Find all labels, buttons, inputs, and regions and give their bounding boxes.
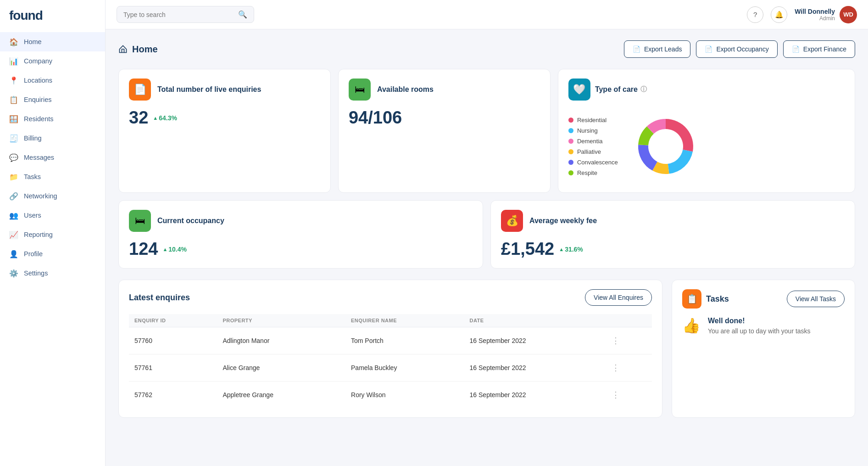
topbar-right: ? 🔔 Will Donnelly Admin WD xyxy=(747,6,857,23)
enquiries-header: Latest enquires View All Enquires xyxy=(129,289,652,306)
available-rooms-value: 94/106 xyxy=(349,108,540,128)
stat-header-occ: 🛏 Current occupancy xyxy=(129,210,473,232)
sidebar-item-residents[interactable]: 🪟Residents xyxy=(0,109,105,129)
table-head: Enquiry IDPropertyEnquirer NameDate xyxy=(129,314,652,327)
export-doc-icon: 📄 xyxy=(792,45,800,53)
home-icon xyxy=(118,45,128,54)
table-row[interactable]: 57762Appletree GrangeRory Wilson16 Septe… xyxy=(129,382,652,409)
legend-dot xyxy=(568,128,573,133)
care-legend: ResidentialNursingDementiaPalliativeConv… xyxy=(568,117,618,176)
user-role: Admin xyxy=(795,15,835,22)
sidebar-label-billing: Billing xyxy=(24,135,42,142)
row-more-btn[interactable]: ⋮ xyxy=(610,334,622,348)
table-column-header: Date xyxy=(464,314,605,327)
occupancy-title: Current occupancy xyxy=(157,217,224,225)
sidebar-label-residents: Residents xyxy=(24,115,53,123)
table-row[interactable]: 57761Alice GrangePamela Buckley16 Septem… xyxy=(129,354,652,382)
sidebar-item-locations[interactable]: 📍Locations xyxy=(0,71,105,90)
tasks-text: Well done! You are all up to day with yo… xyxy=(708,317,811,335)
page-title-wrap: Home xyxy=(118,44,158,55)
live-enquiries-title: Total number of live enquiries xyxy=(157,85,261,94)
chart-header: 🤍 Type of care ⓘ xyxy=(568,79,845,101)
enquiries-title: Latest enquires xyxy=(129,293,190,303)
table-cell: Tom Portch xyxy=(345,327,464,354)
legend-dot xyxy=(568,160,573,165)
export-finance-button[interactable]: 📄Export Finance xyxy=(783,40,855,58)
enquiries-card: Latest enquires View All Enquires Enquir… xyxy=(118,280,662,418)
sidebar-label-reporting: Reporting xyxy=(24,231,53,238)
tasks-done: 👍 Well done! You are all up to day with … xyxy=(682,317,845,335)
table-cell: Pamela Buckley xyxy=(345,354,464,382)
user-name: Will Donnelly xyxy=(795,8,835,15)
sidebar-label-tasks: Tasks xyxy=(24,173,41,180)
sidebar: found 🏠Home📊Company📍Locations📋Enquiries🪟… xyxy=(0,0,106,466)
occupancy-badge: 10.4% xyxy=(162,246,187,253)
tasks-title: Tasks xyxy=(706,294,729,304)
fee-icon: 💰 xyxy=(501,210,523,232)
row-more-btn[interactable]: ⋮ xyxy=(610,388,622,402)
care-help-icon: ⓘ xyxy=(640,85,647,94)
notification-btn[interactable]: 🔔 xyxy=(771,6,787,23)
billing-icon: 🧾 xyxy=(9,134,18,143)
table-column-header: Enquiry ID xyxy=(129,314,217,327)
stat-header-rooms: 🛏 Available rooms xyxy=(349,79,540,101)
view-all-enquiries-btn[interactable]: View All Enquires xyxy=(585,289,652,306)
export-occupancy-button[interactable]: 📄Export Occupancy xyxy=(696,40,777,58)
stat-weekly-fee: 💰 Average weekly fee £1,542 31.6% xyxy=(490,200,855,269)
live-enquiries-value: 32 64.3% xyxy=(129,108,320,128)
care-icon: 🤍 xyxy=(568,79,590,101)
export-leads-button[interactable]: 📄Export Leads xyxy=(624,40,691,58)
user-text: Will Donnelly Admin xyxy=(795,8,835,22)
sidebar-item-billing[interactable]: 🧾Billing xyxy=(0,129,105,148)
legend-item: Respite xyxy=(568,169,618,176)
sidebar-label-home: Home xyxy=(24,38,42,45)
stat-available-rooms: 🛏 Available rooms 94/106 xyxy=(338,69,551,193)
sidebar-label-settings: Settings xyxy=(24,269,48,277)
sidebar-item-networking[interactable]: 🔗Networking xyxy=(0,186,105,206)
sidebar-label-users: Users xyxy=(24,212,41,219)
stats-top-row: 📄 Total number of live enquiries 32 64.3… xyxy=(118,69,855,193)
search-input[interactable] xyxy=(123,11,234,18)
stat-live-enquiries: 📄 Total number of live enquiries 32 64.3… xyxy=(118,69,331,193)
sidebar-label-enquiries: Enquiries xyxy=(24,96,51,103)
search-wrapper[interactable]: 🔍 xyxy=(117,6,254,23)
occupancy-value: 124 10.4% xyxy=(129,239,473,259)
users-icon: 👥 xyxy=(9,211,18,220)
legend-dot xyxy=(568,149,573,154)
sidebar-item-enquiries[interactable]: 📋Enquiries xyxy=(0,90,105,109)
sidebar-item-reporting[interactable]: 📈Reporting xyxy=(0,225,105,244)
row-more-btn[interactable]: ⋮ xyxy=(610,361,622,375)
legend-item: Nursing xyxy=(568,127,618,134)
table-header-row: Enquiry IDPropertyEnquirer NameDate xyxy=(129,314,652,327)
stat-header: 📄 Total number of live enquiries xyxy=(129,79,320,101)
sidebar-item-settings[interactable]: ⚙️Settings xyxy=(0,264,105,283)
sidebar-item-messages[interactable]: 💬Messages xyxy=(0,148,105,167)
export-doc-icon: 📄 xyxy=(705,45,712,53)
sidebar-item-tasks[interactable]: 📁Tasks xyxy=(0,167,105,186)
sidebar-label-networking: Networking xyxy=(24,192,57,200)
view-all-tasks-btn[interactable]: View All Tasks xyxy=(787,291,845,307)
sidebar-label-messages: Messages xyxy=(24,154,54,161)
sidebar-item-home[interactable]: 🏠Home xyxy=(0,32,105,51)
table-cell: Adlington Manor xyxy=(217,327,345,354)
help-icon-btn[interactable]: ? xyxy=(747,6,763,23)
user-info: Will Donnelly Admin WD xyxy=(795,6,857,23)
profile-icon: 👤 xyxy=(9,249,18,258)
table-cell: 57762 xyxy=(129,382,217,409)
messages-icon: 💬 xyxy=(9,153,18,162)
table-cell: Appletree Grange xyxy=(217,382,345,409)
sidebar-item-profile[interactable]: 👤Profile xyxy=(0,244,105,264)
sidebar-item-company[interactable]: 📊Company xyxy=(0,51,105,71)
table-cell: 16 September 2022 xyxy=(464,382,605,409)
search-icon: 🔍 xyxy=(238,10,247,19)
table-cell: Alice Grange xyxy=(217,354,345,382)
page-content: Home 📄Export Leads📄Export Occupancy📄Expo… xyxy=(106,29,868,466)
page-title: Home xyxy=(132,44,158,55)
enquiries-icon: 📋 xyxy=(9,95,18,104)
legend-item: Palliative xyxy=(568,148,618,155)
sidebar-item-users[interactable]: 👥Users xyxy=(0,206,105,225)
available-rooms-icon: 🛏 xyxy=(349,79,371,101)
sidebar-label-company: Company xyxy=(24,57,52,65)
table-row[interactable]: 57760Adlington ManorTom Portch16 Septemb… xyxy=(129,327,652,354)
reporting-icon: 📈 xyxy=(9,230,18,239)
